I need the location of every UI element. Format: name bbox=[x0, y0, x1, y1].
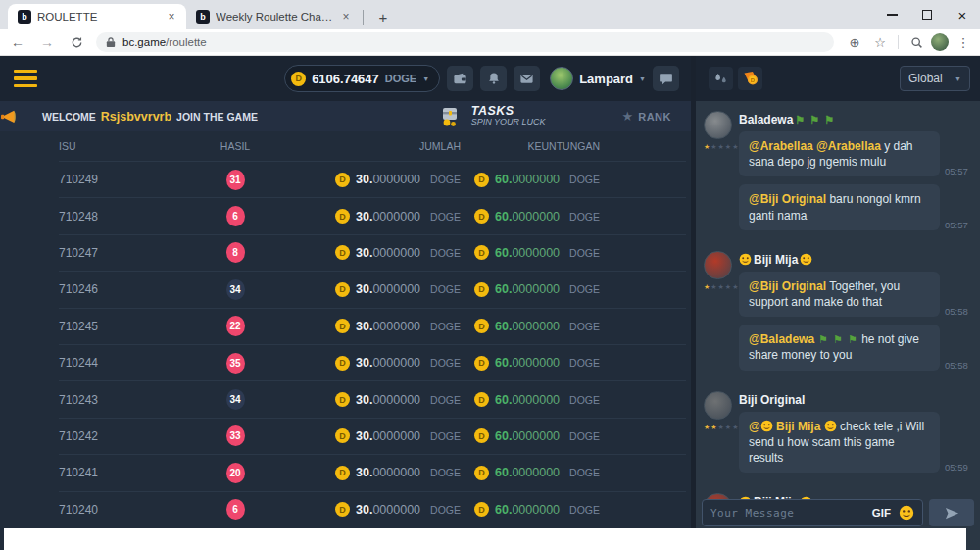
amount-value: 30.0000000 bbox=[356, 173, 420, 186]
chat-username[interactable]: Biji Mija bbox=[739, 253, 972, 267]
currency-label: DOGE bbox=[430, 430, 461, 442]
zoom-page-icon[interactable]: ⊕ bbox=[844, 31, 865, 53]
hamburger-menu-button[interactable] bbox=[14, 70, 37, 88]
amount-decimals: 0000000 bbox=[372, 503, 420, 517]
tab-close-icon[interactable]: × bbox=[339, 10, 353, 24]
tab-weekly-challenge[interactable]: b Weekly Roulette Challenge - Win × bbox=[186, 4, 361, 29]
chat-message: ★★★★★ Biji Mija @Biji Original Together,… bbox=[704, 251, 972, 378]
tab-close-icon[interactable]: × bbox=[165, 10, 178, 24]
wallet-button[interactable] bbox=[447, 66, 473, 91]
currency-label: DOGE bbox=[569, 430, 600, 442]
emoji-picker-button[interactable] bbox=[899, 505, 914, 521]
amount-decimals: 0000000 bbox=[512, 429, 560, 443]
table-row[interactable]: 7102406D30.0000000DOGED60.0000000DOGE bbox=[59, 491, 686, 527]
chat-region-select[interactable]: Global ▼ bbox=[900, 66, 970, 91]
keuntungan-cell: D60.0000000DOGE bbox=[461, 282, 600, 297]
table-row[interactable]: 71024233D30.0000000DOGED60.0000000DOGE bbox=[59, 418, 686, 454]
browser-menu-button[interactable]: ⋮ bbox=[953, 31, 974, 53]
back-button[interactable]: ← bbox=[6, 30, 29, 54]
jumlah-cell: D30.0000000DOGE bbox=[294, 502, 461, 517]
doge-coin-icon: D bbox=[474, 282, 489, 297]
doge-coin-icon: D bbox=[474, 466, 489, 480]
tab-roulette[interactable]: b ROULETTE × bbox=[8, 4, 186, 29]
green-flag-icon: ⚑ ⚑ ⚑ bbox=[814, 333, 858, 345]
user-mention[interactable]: @Arabellaa bbox=[749, 139, 816, 153]
doge-coin-icon: D bbox=[335, 173, 350, 187]
message-content-column: Biji Mija @Biji Original Together, you s… bbox=[739, 251, 972, 378]
user-mention[interactable]: @ bbox=[749, 420, 760, 433]
reload-button[interactable] bbox=[65, 30, 88, 54]
forward-button[interactable]: → bbox=[35, 30, 59, 54]
user-mention[interactable]: @Biji Original bbox=[749, 279, 826, 293]
jumlah-cell: D30.0000000DOGE bbox=[294, 319, 461, 333]
amount-value: 30.0000000 bbox=[356, 246, 420, 260]
table-row[interactable]: 71024634D30.0000000DOGED60.0000000DOGE bbox=[59, 271, 686, 307]
message-user-column: ★★★★★ bbox=[704, 251, 739, 378]
gif-button[interactable]: GIF bbox=[872, 507, 891, 519]
rain-button[interactable] bbox=[709, 67, 733, 90]
table-row[interactable]: 71024334D30.0000000DOGED60.0000000DOGE bbox=[59, 380, 686, 417]
amount-value: 60.0000000 bbox=[495, 173, 560, 186]
user-mention[interactable]: @Baladewa bbox=[749, 332, 814, 346]
tasks-subtitle: SPIN YOUR LUCK bbox=[471, 118, 546, 127]
user-rating-stars: ★★★★★ bbox=[704, 143, 739, 151]
hasil-cell: 6 bbox=[176, 206, 294, 226]
doge-coin-icon: D bbox=[335, 319, 350, 333]
window-maximize-button[interactable] bbox=[909, 0, 945, 29]
keuntungan-cell: D60.0000000DOGE bbox=[461, 245, 600, 260]
address-bar[interactable]: bc.game/roulette bbox=[96, 32, 834, 52]
chat-user-avatar[interactable] bbox=[704, 251, 732, 279]
user-mention[interactable]: Biji Mija bbox=[773, 420, 824, 433]
welcome-banner: WELCOME Rsjsbvvrvrb JOIN THE GAME TASKS … bbox=[0, 101, 691, 131]
chat-toggle-button[interactable] bbox=[653, 66, 679, 91]
doge-coin-icon: D bbox=[474, 173, 489, 187]
chat-user-avatar[interactable] bbox=[704, 111, 732, 139]
bookmark-star-icon[interactable]: ☆ bbox=[869, 31, 891, 53]
search-extension-icon[interactable] bbox=[906, 31, 927, 53]
notifications-button[interactable] bbox=[480, 66, 507, 91]
user-rating-stars: ★★★★★ bbox=[704, 424, 739, 431]
header-jumlah: JUMLAH bbox=[294, 140, 461, 152]
user-mention[interactable]: @Arabellaa bbox=[816, 139, 881, 153]
send-message-button[interactable] bbox=[929, 499, 974, 526]
chat-panel: D Global ▼ ★★★★★Baladewa ⚑ ⚑ ⚑@Arabellaa… bbox=[691, 56, 980, 550]
doge-coin-icon: D bbox=[335, 282, 350, 297]
chat-username[interactable]: Baladewa ⚑ ⚑ ⚑ bbox=[739, 113, 972, 126]
result-badge: 33 bbox=[226, 425, 245, 446]
chat-user-avatar[interactable] bbox=[704, 391, 732, 420]
table-row[interactable]: 71024120D30.0000000DOGED60.0000000DOGE bbox=[59, 454, 686, 490]
reload-icon bbox=[71, 36, 83, 49]
table-row[interactable]: 7102486D30.0000000DOGED60.0000000DOGE bbox=[59, 197, 686, 233]
currency-label: DOGE bbox=[569, 357, 600, 369]
tasks-title: TASKS bbox=[471, 105, 546, 119]
table-row[interactable]: 71024522D30.0000000DOGED60.0000000DOGE bbox=[59, 308, 686, 344]
coin-drop-button[interactable]: D bbox=[738, 67, 762, 90]
isu-cell: 710243 bbox=[59, 393, 176, 407]
browser-profile-avatar[interactable] bbox=[931, 33, 949, 51]
grin-emoji bbox=[800, 253, 812, 266]
window-close-button[interactable]: × bbox=[945, 0, 980, 29]
hasil-cell: 31 bbox=[176, 170, 294, 190]
keuntungan-cell: D60.0000000DOGE bbox=[461, 173, 600, 187]
user-name: Lampard bbox=[579, 72, 633, 86]
table-row[interactable]: 71024435D30.0000000DOGED60.0000000DOGE bbox=[59, 344, 686, 380]
chat-message-input[interactable] bbox=[710, 507, 864, 520]
messages-button[interactable] bbox=[514, 66, 540, 91]
user-mention[interactable]: @Biji Original bbox=[749, 192, 826, 206]
star-icon: ★ bbox=[710, 283, 717, 290]
message-user-column: ★★★★★ bbox=[704, 111, 739, 238]
tasks-shortcut[interactable]: TASKS SPIN YOUR LUCK bbox=[438, 105, 546, 128]
result-badge: 8 bbox=[226, 242, 245, 263]
rank-shortcut[interactable]: ★ RANK bbox=[622, 109, 671, 124]
window-minimize-button[interactable] bbox=[874, 0, 909, 29]
jumlah-cell: D30.0000000DOGE bbox=[294, 428, 461, 443]
chat-username[interactable]: Biji Original bbox=[739, 393, 972, 407]
grin-emoji bbox=[739, 253, 752, 266]
currency-label: DOGE bbox=[430, 394, 461, 406]
table-row[interactable]: 7102478D30.0000000DOGED60.0000000DOGE bbox=[59, 234, 686, 271]
balance-selector[interactable]: D 6106.74647 DOGE ▼ bbox=[284, 65, 440, 92]
user-profile-menu[interactable]: Lampard ▼ bbox=[550, 67, 646, 90]
amount-value: 60.0000000 bbox=[495, 429, 560, 443]
new-tab-button[interactable]: + bbox=[371, 5, 395, 28]
table-row[interactable]: 71024931D30.0000000DOGED60.0000000DOGE bbox=[59, 161, 686, 197]
